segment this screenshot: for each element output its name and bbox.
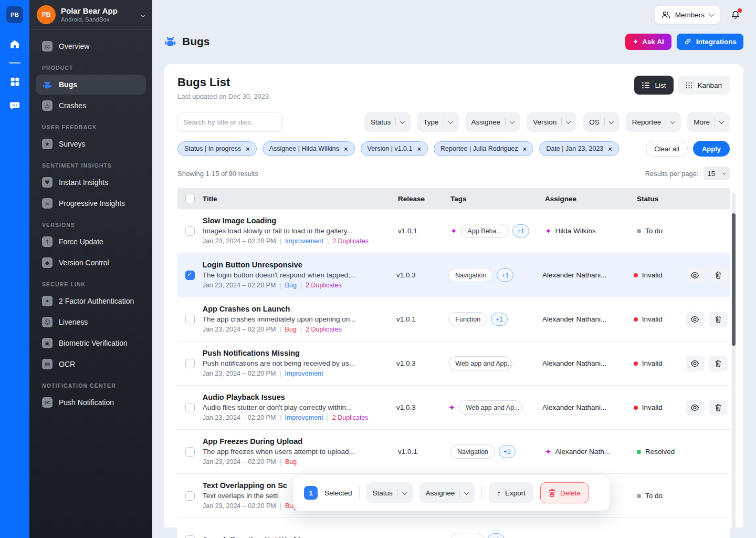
delete-row-button[interactable] (709, 312, 728, 327)
sidebar-item-force-update[interactable]: ↑Force Update (36, 232, 146, 252)
filter-dropdown-status[interactable]: Status (364, 112, 411, 132)
sidebar-item-bugs[interactable]: Bugs (36, 75, 146, 95)
filter-dropdown-reportee[interactable]: Reportee (626, 112, 681, 132)
sidebar-item-crashes[interactable]: ⚠Crashes (36, 96, 146, 116)
integrations-label: Integrations (696, 38, 737, 46)
search-button[interactable] (281, 113, 282, 130)
view-list-button[interactable]: List (634, 76, 674, 95)
tag-pill[interactable]: Function (448, 312, 487, 326)
table-row[interactable]: App Freezes During UploadThe app freezes… (177, 430, 730, 474)
row-checkbox[interactable] (185, 271, 195, 280)
sidebar-item-version-control[interactable]: ◆Version Control (36, 253, 146, 273)
filter-dropdown-more[interactable]: More (687, 112, 730, 132)
filter-dropdown-type[interactable]: Type (417, 112, 458, 132)
delete-row-button[interactable] (709, 356, 728, 371)
chip-remove-icon[interactable]: × (246, 146, 250, 152)
sidebar-item-biometric-verification[interactable]: ◉Biometric Verification (36, 333, 146, 353)
more-tags-badge[interactable]: +1 (497, 268, 513, 282)
apps-grid-icon[interactable] (8, 75, 21, 88)
home-icon[interactable] (8, 38, 21, 50)
row-checkbox[interactable] (185, 226, 195, 236)
sidebar-item-overview[interactable]: ◎Overview (36, 36, 146, 56)
sidebar-item-progressive-insights[interactable]: ∞Progressive Insights (36, 193, 146, 213)
more-tags-badge[interactable]: +1 (512, 224, 529, 237)
row-checkbox-cell (177, 403, 203, 412)
table-row[interactable]: Push Notifications MissingPush notificat… (177, 342, 730, 386)
ask-ai-button[interactable]: ✦ Ask AI (625, 34, 671, 50)
sidebar-item-liveness[interactable]: ☺Liveness (36, 312, 146, 332)
results-per-page-select[interactable]: 15 (704, 167, 730, 180)
workspace-logo[interactable]: PB (6, 6, 23, 23)
scrollbar-thumb[interactable] (732, 213, 736, 346)
chat-icon[interactable] (8, 99, 21, 112)
more-tags-badge[interactable]: +1 (488, 533, 505, 538)
bug-description: Push notifications are not being receive… (203, 358, 389, 368)
view-button[interactable] (686, 267, 705, 283)
bulk-assignee-dropdown[interactable]: Assignee (419, 482, 475, 503)
workspace-switcher[interactable]: PB Polar Bear App Android, SandBox (29, 0, 152, 30)
row-tags-cell: Function+1 (448, 312, 542, 326)
table-row[interactable]: Audio Playback IssuesAudio files stutter… (177, 386, 730, 430)
export-button[interactable]: ↑ Export (489, 482, 533, 503)
bug-type: Improvement (285, 237, 323, 245)
sidebar-item-label: Bugs (59, 80, 77, 89)
row-checkbox[interactable] (185, 315, 195, 324)
row-checkbox[interactable] (185, 447, 195, 457)
chip-remove-icon[interactable]: × (608, 146, 612, 152)
view-button[interactable] (686, 356, 705, 371)
view-kanban-button[interactable]: Kanban (678, 76, 730, 95)
tag-pill[interactable]: Navigation (450, 444, 495, 459)
apply-button[interactable]: Apply (693, 141, 730, 157)
sidebar-item-push-notification[interactable]: ✉Push Notification (36, 392, 146, 412)
rail-divider (9, 62, 20, 64)
delete-row-button[interactable] (709, 400, 728, 416)
chip-remove-icon[interactable]: × (523, 146, 527, 152)
tag-pill[interactable]: App Beha... (461, 224, 509, 238)
table-row[interactable]: Search Function Not Working+1 (177, 518, 730, 538)
integrations-button[interactable]: Integrations (677, 34, 743, 50)
table-header: Title Release Tags Assignee Status (177, 188, 730, 209)
sidebar-item-surveys[interactable]: ★Surveys (36, 134, 146, 154)
tag-pill[interactable]: Web app and App... (448, 356, 512, 370)
tag-pill[interactable]: Web app and Ap... (459, 400, 523, 415)
more-tags-badge[interactable]: +1 (491, 313, 508, 326)
assignee-name: Alexander Nathani... (542, 271, 606, 279)
more-tags-badge[interactable]: +1 (499, 445, 516, 458)
export-label: Export (505, 489, 526, 497)
select-all-checkbox[interactable] (185, 194, 195, 203)
chip-remove-icon[interactable]: × (417, 146, 421, 152)
table-row[interactable]: App Crashes on LaunchThe app crashes imm… (177, 297, 730, 342)
chip-remove-icon[interactable]: × (344, 146, 348, 152)
row-checkbox[interactable] (185, 491, 195, 501)
bulk-status-dropdown[interactable]: Status (366, 482, 413, 503)
delete-button[interactable]: Delete (540, 482, 589, 503)
row-checkbox[interactable] (185, 359, 195, 368)
view-button[interactable] (686, 400, 705, 416)
filter-dropdown-os[interactable]: OS (583, 112, 620, 132)
search-input[interactable] (178, 118, 281, 126)
sidebar-item-instant-insights[interactable]: ♥Instant Insights (36, 172, 146, 192)
tag-pill[interactable] (450, 533, 484, 538)
sidebar-item-2-factor-authentication[interactable]: ✦2 Factor Authentication (36, 291, 146, 311)
filter-dropdown-assignee[interactable]: Assignee (465, 112, 521, 132)
notifications-bell[interactable] (730, 8, 742, 21)
tag-pill[interactable]: Navigation (448, 268, 493, 282)
table-row[interactable]: Login Button UnresponsiveThe login butto… (177, 253, 730, 297)
members-button[interactable]: Members (654, 5, 720, 24)
filter-dropdown-version[interactable]: Version (527, 112, 576, 132)
delete-row-button[interactable] (709, 267, 728, 283)
status-label: Invalid (642, 315, 663, 323)
sidebar-item-ocr[interactable]: ▤OCR (36, 354, 146, 374)
filter-chip: Version | v1.0.1× (361, 141, 428, 156)
divider (481, 486, 482, 500)
status-label: Invalid (642, 404, 663, 411)
bug-title: App Crashes on Launch (203, 304, 389, 314)
clear-all-button[interactable]: Clear all (646, 141, 688, 157)
view-button[interactable] (686, 312, 705, 327)
bug-meta: Jan 23, 2024 – 02:20 PM|Bug|2 Duplicates (203, 281, 389, 291)
row-checkbox[interactable] (185, 535, 195, 538)
row-checkbox[interactable] (185, 403, 195, 412)
row-assignee-cell: ✦Alexander Nath... (545, 447, 637, 457)
assignee-name: Hilda Wilkins (555, 227, 596, 235)
table-row[interactable]: Slow Image LoadingImages load slowly or … (177, 209, 730, 253)
